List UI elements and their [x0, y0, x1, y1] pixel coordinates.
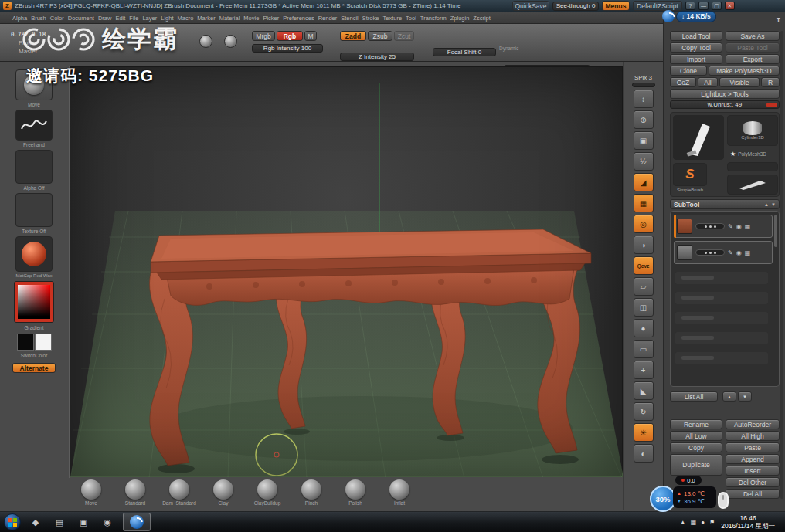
current-brush-thumbnail[interactable] — [15, 69, 53, 100]
subtool-row-selected[interactable]: ✎ ◉ ▦ — [674, 215, 773, 238]
menu-item[interactable]: Render — [318, 15, 338, 22]
right-shelf-icon[interactable]: ● — [634, 319, 654, 337]
polypaint-icon[interactable]: ✎ — [728, 223, 733, 230]
menu-item[interactable]: Edit — [115, 15, 125, 22]
right-shelf-icon[interactable]: ◫ — [634, 298, 654, 317]
tray-icon[interactable]: ▦ — [691, 519, 697, 526]
current-stroke-thumbnail[interactable] — [15, 110, 53, 141]
menu-item[interactable]: File — [129, 15, 138, 22]
import-button[interactable]: Import — [670, 54, 722, 64]
all-low-button[interactable]: All Low — [670, 431, 722, 441]
menu-item[interactable]: Tool — [406, 15, 416, 22]
copy-tool-button[interactable]: Copy Tool — [670, 42, 722, 53]
taskbar-active-app[interactable] — [123, 513, 151, 531]
main-color-swatch[interactable] — [17, 334, 34, 351]
maximize-button[interactable]: ▢ — [712, 2, 722, 10]
zadd-button[interactable]: Zadd — [340, 31, 366, 41]
goz-r-button[interactable]: R — [761, 77, 780, 87]
brush-preset[interactable]: Standard — [124, 479, 146, 506]
polypaint-icon[interactable]: ✎ — [728, 249, 733, 256]
focal-shift-slider[interactable]: Focal Shift 0 — [433, 48, 496, 56]
right-shelf-icon[interactable]: Qcvz — [634, 256, 654, 275]
list-all-button[interactable]: List All — [670, 391, 718, 402]
color-gradient-square[interactable] — [18, 285, 50, 319]
subtool-paste-button[interactable]: Paste — [726, 442, 780, 452]
line-tool-thumbnail[interactable]: — — [727, 162, 778, 171]
dynamic-label[interactable]: Dynamic — [499, 46, 518, 51]
right-shelf-icon[interactable]: ▦ — [634, 194, 654, 212]
right-shelf-icon[interactable]: + — [634, 361, 654, 379]
rgb-button[interactable]: Rgb — [277, 31, 303, 41]
alternate-button[interactable]: Alternate — [12, 363, 56, 373]
menu-item[interactable]: Zplugin — [450, 15, 470, 22]
menu-item[interactable]: Transform — [420, 15, 447, 22]
goz-all-button[interactable]: All — [698, 77, 718, 87]
mrgb-button[interactable]: Mrgb — [252, 31, 275, 41]
brush-preset[interactable]: Clay — [212, 479, 234, 506]
m-button[interactable]: M — [304, 31, 317, 41]
material-orb-icon[interactable] — [224, 35, 237, 48]
quicksave-button[interactable]: QuickSave — [512, 1, 549, 11]
subtool-mini-slider[interactable] — [695, 249, 725, 256]
brush-preset[interactable]: Polish — [345, 479, 366, 506]
help-icon[interactable]: ? — [685, 2, 695, 10]
subtool-scrollbar[interactable] — [774, 215, 777, 247]
taskbar-app-icon[interactable]: ◆ — [26, 513, 45, 530]
menu-item[interactable]: Stroke — [362, 15, 379, 22]
net-speed-widget[interactable]: ↓ 14 KB/s — [662, 10, 716, 22]
brush-preset[interactable]: Dam_Standard — [168, 479, 190, 506]
right-shelf-icon[interactable]: ▱ — [634, 277, 654, 296]
zcut-button[interactable]: Zcut — [394, 31, 414, 41]
del-all-button[interactable]: Del All — [726, 489, 780, 499]
brush-preset[interactable]: Pinch — [301, 479, 322, 506]
menu-item[interactable]: Document — [68, 15, 94, 22]
right-shelf-icon[interactable]: ▣ — [634, 131, 654, 150]
start-button[interactable] — [4, 513, 21, 530]
counter-widget[interactable]: 0.0 — [675, 476, 702, 485]
right-shelf-icon[interactable]: ½ — [634, 152, 654, 171]
menu-item[interactable]: Texture — [382, 15, 402, 22]
taskbar-app-icon[interactable]: ▣ — [74, 513, 93, 530]
menu-item[interactable]: Movie — [243, 15, 259, 22]
alpha-thumbnail[interactable] — [15, 150, 53, 184]
right-shelf-icon[interactable]: ↻ — [634, 402, 654, 421]
eye-icon[interactable]: ◉ — [736, 223, 742, 230]
brush-preset[interactable]: ClayBuildup — [257, 479, 278, 506]
load-tool-button[interactable]: Load Tool — [670, 31, 722, 41]
rename-button[interactable]: Rename — [670, 419, 722, 429]
spix-slider[interactable] — [632, 83, 655, 87]
zsub-button[interactable]: Zsub — [368, 31, 392, 41]
right-shelf-icon[interactable]: ◑ — [634, 236, 654, 254]
menus-button[interactable]: Menus — [602, 1, 630, 11]
taskbar-clock[interactable]: 16:46 2016/11/14 星期一 — [721, 514, 775, 530]
all-high-button[interactable]: All High — [726, 431, 780, 441]
active-tool-thumbnail[interactable] — [673, 115, 724, 160]
menu-item[interactable]: Preferences — [283, 15, 314, 22]
menu-item[interactable]: Brush — [31, 15, 46, 22]
secondary-color-swatch[interactable] — [35, 334, 52, 351]
insert-button[interactable]: Insert — [726, 466, 780, 476]
texture-thumbnail[interactable] — [15, 193, 53, 227]
tool-name-slider[interactable]: w.Uhrus:. 49 — [670, 100, 780, 109]
menu-item[interactable]: Stencil — [341, 15, 359, 22]
cylinder3d-thumbnail[interactable]: Cylinder3D — [727, 115, 778, 146]
right-shelf-icon[interactable]: ⊕ — [634, 110, 654, 129]
temperature-widget[interactable]: ▲13.0 ℃ ▼36.9 ℃ — [673, 486, 716, 508]
z-intensity-slider[interactable]: Z Intensity 25 — [340, 53, 414, 61]
menu-item[interactable]: Draw — [98, 15, 112, 22]
menu-item[interactable]: Zscript — [473, 15, 491, 22]
grid-icon[interactable]: ▦ — [745, 249, 751, 256]
menu-item[interactable]: Material — [219, 15, 240, 22]
color-picker[interactable] — [14, 281, 54, 323]
slider-handle[interactable] — [766, 103, 777, 107]
subtool-empty-slot[interactable] — [675, 292, 768, 304]
tray-icon[interactable]: ● — [701, 519, 705, 526]
tray-icon[interactable]: ⚑ — [709, 519, 715, 526]
right-shelf-icon[interactable]: ◣ — [634, 381, 654, 400]
del-other-button[interactable]: Del Other — [726, 477, 780, 487]
menu-item[interactable]: Picker — [263, 15, 279, 22]
show-desktop-button[interactable] — [780, 512, 785, 532]
brush-preset[interactable]: Move — [80, 479, 102, 506]
clone-button[interactable]: Clone — [670, 66, 707, 76]
see-through-slider[interactable]: See-through 0 — [552, 2, 599, 11]
